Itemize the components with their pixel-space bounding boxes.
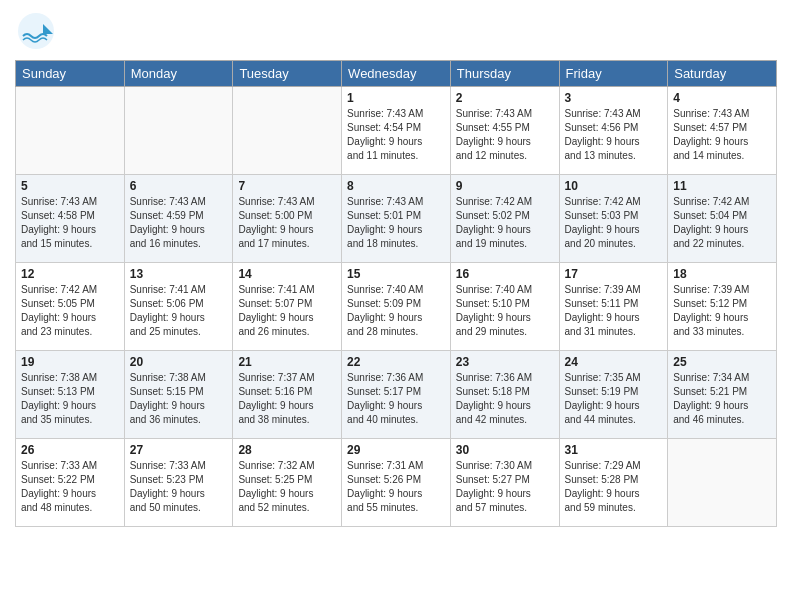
day-info: Sunrise: 7:29 AM Sunset: 5:28 PM Dayligh…	[565, 459, 663, 515]
day-number: 5	[21, 179, 119, 193]
day-info: Sunrise: 7:43 AM Sunset: 5:00 PM Dayligh…	[238, 195, 336, 251]
calendar-week-1: 1Sunrise: 7:43 AM Sunset: 4:54 PM Daylig…	[16, 87, 777, 175]
day-info: Sunrise: 7:38 AM Sunset: 5:15 PM Dayligh…	[130, 371, 228, 427]
calendar-cell: 17Sunrise: 7:39 AM Sunset: 5:11 PM Dayli…	[559, 263, 668, 351]
day-number: 2	[456, 91, 554, 105]
day-info: Sunrise: 7:43 AM Sunset: 4:54 PM Dayligh…	[347, 107, 445, 163]
day-info: Sunrise: 7:43 AM Sunset: 4:55 PM Dayligh…	[456, 107, 554, 163]
day-info: Sunrise: 7:42 AM Sunset: 5:02 PM Dayligh…	[456, 195, 554, 251]
logo-icon	[15, 10, 57, 52]
day-info: Sunrise: 7:33 AM Sunset: 5:22 PM Dayligh…	[21, 459, 119, 515]
calendar-cell: 31Sunrise: 7:29 AM Sunset: 5:28 PM Dayli…	[559, 439, 668, 527]
calendar-cell: 20Sunrise: 7:38 AM Sunset: 5:15 PM Dayli…	[124, 351, 233, 439]
calendar-cell: 27Sunrise: 7:33 AM Sunset: 5:23 PM Dayli…	[124, 439, 233, 527]
day-number: 14	[238, 267, 336, 281]
day-info: Sunrise: 7:43 AM Sunset: 4:59 PM Dayligh…	[130, 195, 228, 251]
day-number: 7	[238, 179, 336, 193]
calendar-cell: 30Sunrise: 7:30 AM Sunset: 5:27 PM Dayli…	[450, 439, 559, 527]
day-number: 29	[347, 443, 445, 457]
day-number: 25	[673, 355, 771, 369]
weekday-header-sunday: Sunday	[16, 61, 125, 87]
day-number: 11	[673, 179, 771, 193]
day-info: Sunrise: 7:42 AM Sunset: 5:04 PM Dayligh…	[673, 195, 771, 251]
day-number: 24	[565, 355, 663, 369]
calendar-cell: 7Sunrise: 7:43 AM Sunset: 5:00 PM Daylig…	[233, 175, 342, 263]
weekday-header-monday: Monday	[124, 61, 233, 87]
day-number: 8	[347, 179, 445, 193]
calendar-cell: 9Sunrise: 7:42 AM Sunset: 5:02 PM Daylig…	[450, 175, 559, 263]
header	[15, 10, 777, 52]
day-info: Sunrise: 7:36 AM Sunset: 5:17 PM Dayligh…	[347, 371, 445, 427]
calendar-week-3: 12Sunrise: 7:42 AM Sunset: 5:05 PM Dayli…	[16, 263, 777, 351]
calendar-cell: 29Sunrise: 7:31 AM Sunset: 5:26 PM Dayli…	[342, 439, 451, 527]
calendar-table: SundayMondayTuesdayWednesdayThursdayFrid…	[15, 60, 777, 527]
day-number: 6	[130, 179, 228, 193]
weekday-header-wednesday: Wednesday	[342, 61, 451, 87]
calendar-cell: 4Sunrise: 7:43 AM Sunset: 4:57 PM Daylig…	[668, 87, 777, 175]
day-info: Sunrise: 7:30 AM Sunset: 5:27 PM Dayligh…	[456, 459, 554, 515]
calendar-cell: 10Sunrise: 7:42 AM Sunset: 5:03 PM Dayli…	[559, 175, 668, 263]
weekday-row: SundayMondayTuesdayWednesdayThursdayFrid…	[16, 61, 777, 87]
day-number: 4	[673, 91, 771, 105]
calendar-cell	[124, 87, 233, 175]
weekday-header-friday: Friday	[559, 61, 668, 87]
day-number: 18	[673, 267, 771, 281]
calendar-cell: 1Sunrise: 7:43 AM Sunset: 4:54 PM Daylig…	[342, 87, 451, 175]
calendar-cell	[233, 87, 342, 175]
day-info: Sunrise: 7:35 AM Sunset: 5:19 PM Dayligh…	[565, 371, 663, 427]
calendar-cell: 6Sunrise: 7:43 AM Sunset: 4:59 PM Daylig…	[124, 175, 233, 263]
calendar-cell: 2Sunrise: 7:43 AM Sunset: 4:55 PM Daylig…	[450, 87, 559, 175]
day-info: Sunrise: 7:37 AM Sunset: 5:16 PM Dayligh…	[238, 371, 336, 427]
page: SundayMondayTuesdayWednesdayThursdayFrid…	[0, 0, 792, 612]
weekday-header-thursday: Thursday	[450, 61, 559, 87]
day-number: 15	[347, 267, 445, 281]
calendar-cell: 12Sunrise: 7:42 AM Sunset: 5:05 PM Dayli…	[16, 263, 125, 351]
day-number: 16	[456, 267, 554, 281]
calendar-cell: 14Sunrise: 7:41 AM Sunset: 5:07 PM Dayli…	[233, 263, 342, 351]
calendar-cell: 5Sunrise: 7:43 AM Sunset: 4:58 PM Daylig…	[16, 175, 125, 263]
calendar-cell: 18Sunrise: 7:39 AM Sunset: 5:12 PM Dayli…	[668, 263, 777, 351]
day-number: 23	[456, 355, 554, 369]
calendar-cell: 16Sunrise: 7:40 AM Sunset: 5:10 PM Dayli…	[450, 263, 559, 351]
calendar-cell	[668, 439, 777, 527]
day-info: Sunrise: 7:31 AM Sunset: 5:26 PM Dayligh…	[347, 459, 445, 515]
calendar-cell: 22Sunrise: 7:36 AM Sunset: 5:17 PM Dayli…	[342, 351, 451, 439]
day-info: Sunrise: 7:34 AM Sunset: 5:21 PM Dayligh…	[673, 371, 771, 427]
weekday-header-saturday: Saturday	[668, 61, 777, 87]
calendar-cell: 19Sunrise: 7:38 AM Sunset: 5:13 PM Dayli…	[16, 351, 125, 439]
day-number: 3	[565, 91, 663, 105]
day-number: 13	[130, 267, 228, 281]
calendar-week-5: 26Sunrise: 7:33 AM Sunset: 5:22 PM Dayli…	[16, 439, 777, 527]
calendar-cell: 3Sunrise: 7:43 AM Sunset: 4:56 PM Daylig…	[559, 87, 668, 175]
day-number: 30	[456, 443, 554, 457]
day-info: Sunrise: 7:36 AM Sunset: 5:18 PM Dayligh…	[456, 371, 554, 427]
calendar-cell: 8Sunrise: 7:43 AM Sunset: 5:01 PM Daylig…	[342, 175, 451, 263]
day-number: 26	[21, 443, 119, 457]
day-info: Sunrise: 7:41 AM Sunset: 5:07 PM Dayligh…	[238, 283, 336, 339]
day-number: 22	[347, 355, 445, 369]
day-number: 21	[238, 355, 336, 369]
calendar-cell: 25Sunrise: 7:34 AM Sunset: 5:21 PM Dayli…	[668, 351, 777, 439]
day-number: 17	[565, 267, 663, 281]
weekday-header-tuesday: Tuesday	[233, 61, 342, 87]
day-info: Sunrise: 7:39 AM Sunset: 5:11 PM Dayligh…	[565, 283, 663, 339]
day-info: Sunrise: 7:39 AM Sunset: 5:12 PM Dayligh…	[673, 283, 771, 339]
calendar-header: SundayMondayTuesdayWednesdayThursdayFrid…	[16, 61, 777, 87]
day-number: 28	[238, 443, 336, 457]
day-number: 31	[565, 443, 663, 457]
day-number: 1	[347, 91, 445, 105]
day-info: Sunrise: 7:33 AM Sunset: 5:23 PM Dayligh…	[130, 459, 228, 515]
day-number: 10	[565, 179, 663, 193]
day-info: Sunrise: 7:40 AM Sunset: 5:10 PM Dayligh…	[456, 283, 554, 339]
day-info: Sunrise: 7:43 AM Sunset: 4:56 PM Dayligh…	[565, 107, 663, 163]
day-info: Sunrise: 7:42 AM Sunset: 5:05 PM Dayligh…	[21, 283, 119, 339]
day-info: Sunrise: 7:32 AM Sunset: 5:25 PM Dayligh…	[238, 459, 336, 515]
day-info: Sunrise: 7:42 AM Sunset: 5:03 PM Dayligh…	[565, 195, 663, 251]
day-info: Sunrise: 7:38 AM Sunset: 5:13 PM Dayligh…	[21, 371, 119, 427]
calendar-body: 1Sunrise: 7:43 AM Sunset: 4:54 PM Daylig…	[16, 87, 777, 527]
calendar-week-4: 19Sunrise: 7:38 AM Sunset: 5:13 PM Dayli…	[16, 351, 777, 439]
calendar-week-2: 5Sunrise: 7:43 AM Sunset: 4:58 PM Daylig…	[16, 175, 777, 263]
day-number: 27	[130, 443, 228, 457]
calendar-cell	[16, 87, 125, 175]
day-info: Sunrise: 7:40 AM Sunset: 5:09 PM Dayligh…	[347, 283, 445, 339]
